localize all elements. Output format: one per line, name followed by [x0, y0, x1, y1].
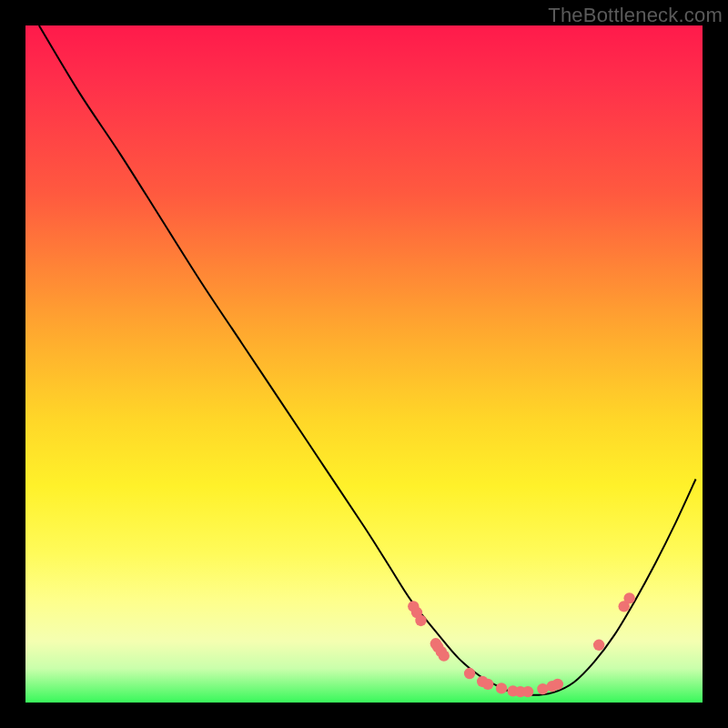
- sample-marker: [464, 668, 475, 679]
- plot-svg: [25, 25, 703, 703]
- plot-area: [25, 25, 703, 703]
- sample-marker: [415, 615, 426, 626]
- sample-marker: [496, 682, 507, 693]
- sample-marker: [537, 683, 548, 694]
- bottleneck-curve: [39, 25, 696, 695]
- sample-marker: [552, 679, 563, 690]
- attribution-label: TheBottleneck.com: [548, 4, 723, 27]
- sample-marker: [593, 640, 604, 651]
- sample-marker: [623, 592, 634, 603]
- sample-marker: [482, 679, 493, 690]
- sample-marker: [439, 650, 450, 661]
- sample-marker: [522, 686, 533, 697]
- figure-root: TheBottleneck.com: [0, 0, 728, 728]
- sample-markers: [408, 592, 635, 697]
